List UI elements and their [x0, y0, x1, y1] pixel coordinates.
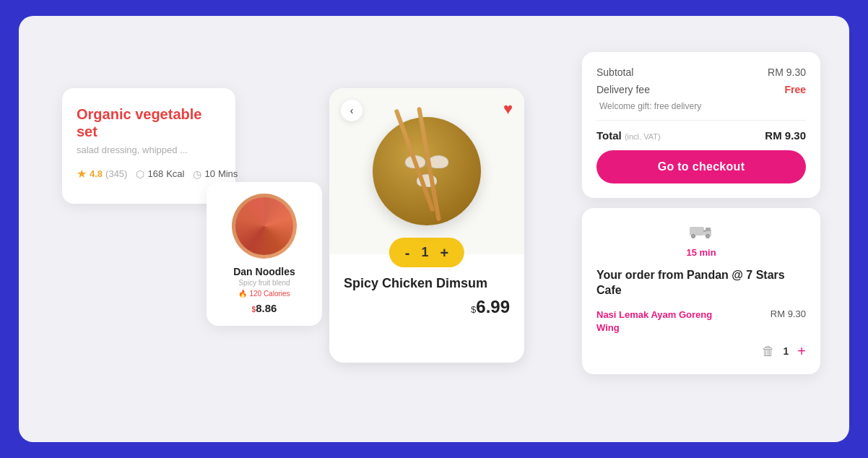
dimsum-title: Spicy Chicken Dimsum [344, 276, 510, 291]
welcome-note: Welcome gift: free delivery [596, 101, 806, 111]
svg-rect-0 [690, 227, 704, 236]
calories-group: ⬡ 168 Kcal [136, 168, 184, 180]
delivery-time: 15 min [686, 247, 716, 258]
remove-button[interactable]: 🗑 [762, 344, 775, 359]
vegetable-title: Organic vegetable set [77, 105, 221, 140]
rating-count: (345) [105, 168, 127, 179]
fire-icon: 🔥 [238, 290, 247, 298]
subtotal-value: RM 9.30 [768, 66, 806, 78]
main-container: Organic vegetable set salad dressing, wh… [19, 16, 849, 442]
delivery-row: Delivery fee Free [596, 84, 806, 95]
noodle-price-value: 8.86 [256, 302, 277, 314]
dimsum-currency: $ [471, 304, 476, 315]
time-group: ◷ 10 Mins [193, 168, 238, 180]
delivery-label: Delivery fee [596, 84, 650, 95]
noodle-price: $8.86 [218, 302, 311, 314]
item-quantity: 1 [784, 345, 789, 357]
dimsum-price: 6.99 [476, 297, 510, 317]
back-button[interactable]: ‹ [341, 100, 363, 121]
noodle-calories: 🔥 120 Calories [218, 290, 311, 298]
quantity-stepper[interactable]: - 1 + [389, 238, 464, 267]
back-icon: ‹ [350, 105, 354, 116]
dimsum-image-area: ‹ ♥ - 1 + [329, 88, 524, 254]
favorite-button[interactable]: ♥ [503, 100, 513, 118]
heart-icon: ♥ [503, 100, 513, 118]
card-noodles: Dan Noodles Spicy fruit blend 🔥 120 Calo… [207, 182, 322, 326]
dimsum-price-row: $ 6.99 [344, 297, 510, 317]
order-summary-card: Subtotal RM 9.30 Delivery fee Free Welco… [582, 52, 820, 198]
right-panel: Subtotal RM 9.30 Delivery fee Free Welco… [582, 52, 820, 374]
vegetable-meta: ★ 4.8 (345) ⬡ 168 Kcal ◷ 10 Mins [77, 167, 221, 181]
decrement-button[interactable]: - [405, 246, 410, 260]
noodle-calories-value: 120 Calories [249, 290, 290, 298]
clock-icon: ◷ [193, 168, 201, 180]
rating-group: ★ 4.8 (345) [77, 167, 127, 181]
svg-point-5 [706, 235, 710, 238]
time-value: 10 [204, 168, 214, 179]
vegetable-subtitle: salad dressing, whipped ... [77, 144, 221, 155]
order-from-title: Your order from Pandan @ 7 Stars Cafe [596, 268, 806, 298]
delivery-value: Free [784, 84, 806, 95]
noodle-bowl [235, 197, 293, 255]
cube-icon: ⬡ [136, 168, 144, 180]
time-unit: Mins [218, 168, 238, 179]
add-button[interactable]: + [797, 343, 806, 360]
increment-button[interactable]: + [440, 246, 449, 260]
delivery-badge: 15 min [596, 222, 806, 258]
total-label: Total (incl. VAT) [596, 129, 661, 142]
order-from-card: 15 min Your order from Pandan @ 7 Stars … [582, 208, 820, 374]
quantity-value: 1 [421, 245, 428, 260]
subtotal-label: Subtotal [596, 66, 633, 78]
noodles-image [232, 194, 297, 259]
subtotal-row: Subtotal RM 9.30 [596, 66, 806, 78]
svg-point-4 [692, 235, 695, 238]
vat-note: (incl. VAT) [625, 132, 661, 141]
delivery-icon [690, 222, 713, 244]
checkout-button[interactable]: Go to checkout [596, 150, 806, 183]
card-dimsum: ‹ ♥ - 1 + Spicy Chicken Dimsum $ 6.99 [329, 88, 524, 363]
star-icon: ★ [77, 167, 87, 181]
order-item-controls: 🗑 1 + [596, 343, 806, 360]
rating-value: 4.8 [90, 168, 103, 179]
noodle-name: Dan Noodles [218, 266, 311, 277]
calories-value: 168 [147, 168, 163, 179]
total-row: Total (incl. VAT) RM 9.30 [596, 120, 806, 142]
noodle-subtitle: Spicy fruit blend [218, 279, 311, 287]
calories-unit: Kcal [166, 168, 184, 179]
order-item-price: RM 9.30 [771, 308, 806, 319]
order-item-name: Nasi Lemak Ayam Goreng Wing [596, 308, 726, 334]
order-item-row: Nasi Lemak Ayam Goreng Wing RM 9.30 [596, 308, 806, 334]
svg-rect-2 [706, 228, 711, 231]
total-value: RM 9.30 [765, 129, 806, 142]
